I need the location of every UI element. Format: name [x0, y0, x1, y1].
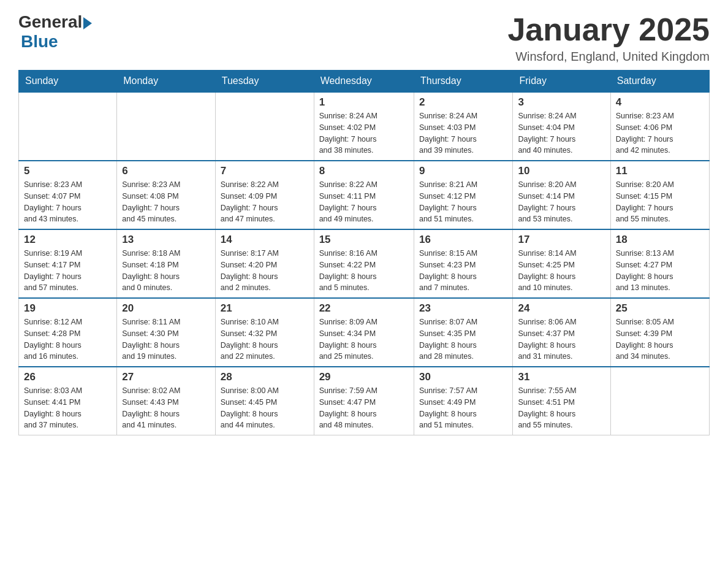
day-info: Sunrise: 8:24 AM Sunset: 4:04 PM Dayligh… [518, 110, 605, 156]
calendar-cell: 4Sunrise: 8:23 AM Sunset: 4:06 PM Daylig… [610, 92, 709, 161]
day-info: Sunrise: 8:23 AM Sunset: 4:06 PM Dayligh… [616, 110, 704, 156]
day-number: 11 [616, 165, 704, 177]
day-number: 10 [518, 165, 605, 177]
location-subtitle: Winsford, England, United Kingdom [507, 50, 710, 64]
day-info: Sunrise: 8:05 AM Sunset: 4:39 PM Dayligh… [616, 316, 704, 362]
calendar-cell: 28Sunrise: 8:00 AM Sunset: 4:45 PM Dayli… [215, 367, 314, 435]
week-row-4: 19Sunrise: 8:12 AM Sunset: 4:28 PM Dayli… [19, 298, 710, 367]
day-info: Sunrise: 8:02 AM Sunset: 4:43 PM Dayligh… [122, 385, 210, 431]
day-number: 29 [319, 371, 409, 383]
calendar-cell: 13Sunrise: 8:18 AM Sunset: 4:18 PM Dayli… [117, 229, 216, 298]
day-info: Sunrise: 8:22 AM Sunset: 4:11 PM Dayligh… [319, 179, 409, 225]
day-info: Sunrise: 7:55 AM Sunset: 4:51 PM Dayligh… [518, 385, 605, 431]
weekday-header-thursday: Thursday [414, 71, 513, 93]
day-info: Sunrise: 8:10 AM Sunset: 4:32 PM Dayligh… [221, 316, 309, 362]
weekday-header-sunday: Sunday [19, 71, 117, 93]
day-number: 17 [518, 234, 605, 246]
day-number: 26 [24, 371, 112, 383]
calendar-cell: 29Sunrise: 7:59 AM Sunset: 4:47 PM Dayli… [314, 367, 414, 435]
day-number: 8 [319, 165, 409, 177]
calendar-cell: 9Sunrise: 8:21 AM Sunset: 4:12 PM Daylig… [414, 161, 513, 229]
day-info: Sunrise: 7:59 AM Sunset: 4:47 PM Dayligh… [319, 385, 409, 431]
day-number: 9 [419, 165, 508, 177]
logo: General Blue [18, 12, 92, 52]
calendar-cell: 24Sunrise: 8:06 AM Sunset: 4:37 PM Dayli… [513, 298, 610, 367]
day-number: 18 [616, 234, 704, 246]
calendar-cell: 19Sunrise: 8:12 AM Sunset: 4:28 PM Dayli… [19, 298, 117, 367]
weekday-header-tuesday: Tuesday [215, 71, 314, 93]
calendar-cell: 23Sunrise: 8:07 AM Sunset: 4:35 PM Dayli… [414, 298, 513, 367]
day-info: Sunrise: 8:00 AM Sunset: 4:45 PM Dayligh… [221, 385, 309, 431]
calendar-cell: 5Sunrise: 8:23 AM Sunset: 4:07 PM Daylig… [19, 161, 117, 229]
day-info: Sunrise: 8:24 AM Sunset: 4:02 PM Dayligh… [319, 110, 409, 156]
day-info: Sunrise: 8:13 AM Sunset: 4:27 PM Dayligh… [616, 248, 704, 294]
day-info: Sunrise: 7:57 AM Sunset: 4:49 PM Dayligh… [419, 385, 508, 431]
day-number: 4 [616, 96, 704, 109]
month-title: January 2025 [507, 12, 710, 47]
day-info: Sunrise: 8:12 AM Sunset: 4:28 PM Dayligh… [24, 316, 112, 362]
calendar-cell: 18Sunrise: 8:13 AM Sunset: 4:27 PM Dayli… [610, 229, 709, 298]
calendar-cell: 21Sunrise: 8:10 AM Sunset: 4:32 PM Dayli… [215, 298, 314, 367]
calendar-cell: 22Sunrise: 8:09 AM Sunset: 4:34 PM Dayli… [314, 298, 414, 367]
weekday-header-wednesday: Wednesday [314, 71, 414, 93]
day-number: 6 [122, 165, 210, 177]
day-info: Sunrise: 8:20 AM Sunset: 4:15 PM Dayligh… [616, 179, 704, 225]
day-info: Sunrise: 8:07 AM Sunset: 4:35 PM Dayligh… [419, 316, 508, 362]
logo-blue-text: Blue [21, 32, 92, 52]
day-number: 20 [122, 302, 210, 315]
day-number: 2 [419, 96, 508, 109]
calendar-cell: 26Sunrise: 8:03 AM Sunset: 4:41 PM Dayli… [19, 367, 117, 435]
day-number: 1 [319, 96, 409, 109]
day-info: Sunrise: 8:15 AM Sunset: 4:23 PM Dayligh… [419, 248, 508, 294]
calendar-cell [610, 367, 709, 435]
weekday-header-friday: Friday [513, 71, 610, 93]
day-number: 5 [24, 165, 112, 177]
day-number: 28 [221, 371, 309, 383]
calendar-cell: 3Sunrise: 8:24 AM Sunset: 4:04 PM Daylig… [513, 92, 610, 161]
calendar-cell [215, 92, 314, 161]
calendar-cell [19, 92, 117, 161]
day-info: Sunrise: 8:20 AM Sunset: 4:14 PM Dayligh… [518, 179, 605, 225]
day-info: Sunrise: 8:16 AM Sunset: 4:22 PM Dayligh… [319, 248, 409, 294]
page-header: General Blue January 2025 Winsford, Engl… [18, 12, 710, 64]
day-info: Sunrise: 8:24 AM Sunset: 4:03 PM Dayligh… [419, 110, 508, 156]
week-row-5: 26Sunrise: 8:03 AM Sunset: 4:41 PM Dayli… [19, 367, 710, 435]
calendar-table: SundayMondayTuesdayWednesdayThursdayFrid… [18, 70, 710, 435]
day-info: Sunrise: 8:21 AM Sunset: 4:12 PM Dayligh… [419, 179, 508, 225]
calendar-cell: 14Sunrise: 8:17 AM Sunset: 4:20 PM Dayli… [215, 229, 314, 298]
calendar-cell: 30Sunrise: 7:57 AM Sunset: 4:49 PM Dayli… [414, 367, 513, 435]
day-info: Sunrise: 8:22 AM Sunset: 4:09 PM Dayligh… [221, 179, 309, 225]
calendar-cell: 10Sunrise: 8:20 AM Sunset: 4:14 PM Dayli… [513, 161, 610, 229]
calendar-cell: 6Sunrise: 8:23 AM Sunset: 4:08 PM Daylig… [117, 161, 216, 229]
day-info: Sunrise: 8:14 AM Sunset: 4:25 PM Dayligh… [518, 248, 605, 294]
weekday-header-monday: Monday [117, 71, 216, 93]
day-number: 16 [419, 234, 508, 246]
week-row-3: 12Sunrise: 8:19 AM Sunset: 4:17 PM Dayli… [19, 229, 710, 298]
weekday-header-saturday: Saturday [610, 71, 709, 93]
day-number: 3 [518, 96, 605, 109]
calendar-cell: 27Sunrise: 8:02 AM Sunset: 4:43 PM Dayli… [117, 367, 216, 435]
day-number: 14 [221, 234, 309, 246]
calendar-cell [117, 92, 216, 161]
day-info: Sunrise: 8:06 AM Sunset: 4:37 PM Dayligh… [518, 316, 605, 362]
day-number: 12 [24, 234, 112, 246]
day-info: Sunrise: 8:19 AM Sunset: 4:17 PM Dayligh… [24, 248, 112, 294]
day-info: Sunrise: 8:23 AM Sunset: 4:08 PM Dayligh… [122, 179, 210, 225]
logo-arrow-icon [83, 17, 92, 29]
calendar-cell: 12Sunrise: 8:19 AM Sunset: 4:17 PM Dayli… [19, 229, 117, 298]
weekday-header-row: SundayMondayTuesdayWednesdayThursdayFrid… [19, 71, 710, 93]
day-info: Sunrise: 8:18 AM Sunset: 4:18 PM Dayligh… [122, 248, 210, 294]
day-info: Sunrise: 8:09 AM Sunset: 4:34 PM Dayligh… [319, 316, 409, 362]
day-number: 24 [518, 302, 605, 315]
day-info: Sunrise: 8:11 AM Sunset: 4:30 PM Dayligh… [122, 316, 210, 362]
day-number: 31 [518, 371, 605, 383]
day-number: 15 [319, 234, 409, 246]
week-row-2: 5Sunrise: 8:23 AM Sunset: 4:07 PM Daylig… [19, 161, 710, 229]
day-number: 21 [221, 302, 309, 315]
day-number: 22 [319, 302, 409, 315]
calendar-cell: 31Sunrise: 7:55 AM Sunset: 4:51 PM Dayli… [513, 367, 610, 435]
week-row-1: 1Sunrise: 8:24 AM Sunset: 4:02 PM Daylig… [19, 92, 710, 161]
calendar-cell: 8Sunrise: 8:22 AM Sunset: 4:11 PM Daylig… [314, 161, 414, 229]
calendar-cell: 1Sunrise: 8:24 AM Sunset: 4:02 PM Daylig… [314, 92, 414, 161]
calendar-cell: 15Sunrise: 8:16 AM Sunset: 4:22 PM Dayli… [314, 229, 414, 298]
